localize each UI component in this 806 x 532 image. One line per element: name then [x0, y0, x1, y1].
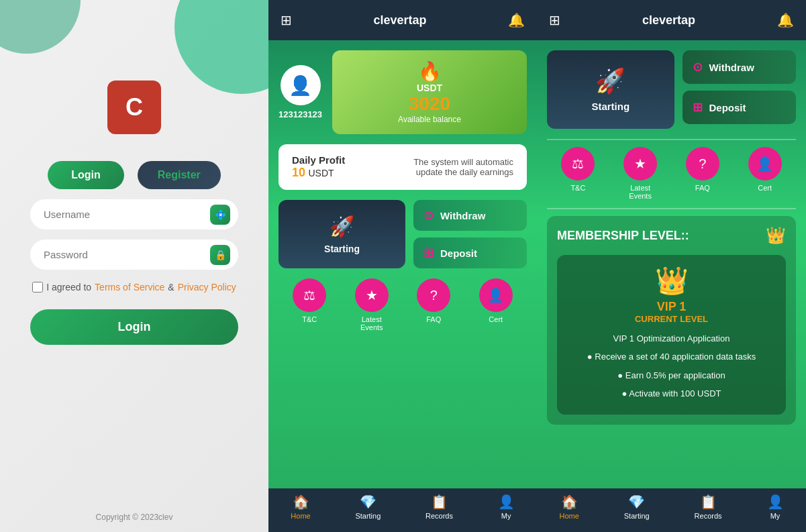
cert-icon: 👤: [479, 278, 513, 312]
vip-desc-3: ● Earn 0.5% per application: [567, 368, 776, 383]
app2-starting-nav-icon: 💎: [628, 494, 645, 510]
withdraw-button[interactable]: ⊙ Withdraw: [413, 200, 527, 231]
register-button[interactable]: Register: [138, 161, 221, 189]
username-icon: 💠: [210, 205, 230, 225]
app2-faq-item[interactable]: ? FAQ: [686, 147, 719, 200]
balance-section: 👤 123123123 🔥 USDT 3020 Available balanc…: [279, 50, 527, 134]
home-icon: 🏠: [293, 494, 309, 510]
footer-my[interactable]: 👤 My: [498, 494, 515, 527]
tnc-icon: ⚖: [293, 278, 326, 312]
divider-1: [547, 139, 796, 140]
crown-icon: 👑: [766, 226, 786, 245]
terms-checkbox[interactable]: [32, 282, 43, 292]
starting-nav-label: Starting: [355, 512, 381, 520]
app-body: 👤 123123123 🔥 USDT 3020 Available balanc…: [268, 40, 537, 488]
tnc-label: T&C: [302, 315, 317, 323]
starting-big-button[interactable]: 🚀 Starting: [547, 50, 674, 129]
footer-records[interactable]: 📋 Records: [425, 494, 453, 527]
app2-events-icon: ★: [623, 147, 657, 180]
faq-label: FAQ: [426, 315, 441, 323]
my-icon: 👤: [498, 494, 515, 510]
app2-deposit-button[interactable]: ⊞ Deposit: [683, 91, 797, 124]
records-label: Records: [425, 512, 453, 520]
footer-starting[interactable]: 💎 Starting: [355, 494, 381, 527]
side-actions: ⊙ Withdraw ⊞ Deposit: [413, 200, 527, 268]
faq-icon: ?: [417, 278, 450, 312]
profit-desc: The system will automatic update the dai…: [406, 157, 513, 177]
events-label: LatestEvents: [360, 315, 383, 331]
app2-footer-starting[interactable]: 💎 Starting: [624, 494, 650, 527]
profit-title: Daily Profit: [292, 154, 345, 166]
password-input[interactable]: [30, 240, 238, 270]
menu-icon[interactable]: ⊞: [281, 12, 292, 28]
app-secondary-panel: ⊞ clevertap 🔔 🚀 Starting ⊙ Withdraw ⊞ De…: [537, 0, 806, 532]
starting-button[interactable]: 🚀 Starting: [279, 200, 405, 268]
balance-currency: USDT: [342, 83, 517, 93]
rocket-icon: 🚀: [330, 215, 354, 238]
login-submit-button[interactable]: Login: [30, 309, 238, 345]
top-actions: 🚀 Starting ⊙ Withdraw ⊞ Deposit: [547, 50, 796, 129]
balance-card: 🔥 USDT 3020 Available balance: [332, 50, 527, 134]
auth-buttons: Login Register: [48, 161, 221, 189]
username-wrap: 💠: [30, 199, 238, 229]
icon-item-tnc[interactable]: ⚖ T&C: [293, 278, 326, 331]
profit-currency: USDT: [308, 168, 334, 178]
events-icon: ★: [355, 278, 389, 312]
and-text: &: [168, 282, 174, 292]
balance-amount: 3020: [342, 93, 517, 115]
icon-item-faq[interactable]: ? FAQ: [417, 278, 450, 331]
balance-label: Available balance: [342, 115, 517, 124]
login-panel: C Login Register 💠 🔒 I agreed to Terms o…: [0, 0, 268, 532]
membership-title-text: MEMBERSHIP LEVEL::: [557, 229, 689, 243]
app2-tnc-label: T&C: [570, 184, 585, 192]
app2-header: ⊞ clevertap 🔔: [537, 0, 806, 40]
privacy-link[interactable]: Privacy Policy: [178, 282, 236, 292]
app2-withdraw-button[interactable]: ⊙ Withdraw: [683, 50, 797, 84]
footer-home[interactable]: 🏠 Home: [291, 494, 310, 527]
profit-amount: 10: [292, 166, 305, 179]
vip-desc-4: ● Activate with 100 USDT: [567, 386, 776, 401]
app-logo: C: [107, 81, 161, 134]
my-label: My: [501, 512, 511, 520]
app2-records-label: Records: [695, 512, 722, 520]
avatar: 👤: [281, 65, 321, 105]
username-input[interactable]: [30, 199, 238, 229]
app2-events-item[interactable]: ★ LatestEvents: [623, 147, 657, 200]
agreed-text: I agreed to: [46, 282, 91, 292]
withdraw-label: Withdraw: [440, 210, 485, 221]
profit-card: Daily Profit 10 USDT The system will aut…: [279, 144, 527, 190]
app2-cert-icon: 👤: [748, 147, 782, 180]
deposit-button[interactable]: ⊞ Deposit: [413, 237, 527, 268]
app2-withdraw-label: Withdraw: [709, 62, 754, 73]
app2-cert-item[interactable]: 👤 Cert: [748, 147, 782, 200]
withdraw-icon: ⊙: [423, 208, 434, 223]
divider-2: [547, 208, 796, 209]
app2-menu-icon[interactable]: ⊞: [549, 12, 560, 28]
app2-footer-my[interactable]: 👤 My: [767, 494, 784, 527]
app2-cert-label: Cert: [758, 184, 772, 192]
app-title: clevertap: [373, 13, 426, 28]
app2-bell-icon[interactable]: 🔔: [777, 12, 794, 28]
icon-item-events[interactable]: ★ LatestEvents: [355, 278, 389, 331]
app2-home-label: Home: [559, 512, 578, 520]
app2-deposit-icon: ⊞: [693, 100, 703, 115]
app2-withdraw-icon: ⊙: [693, 60, 703, 74]
icon-item-cert[interactable]: 👤 Cert: [479, 278, 513, 331]
bell-icon[interactable]: 🔔: [508, 12, 525, 28]
starting-label: Starting: [324, 244, 360, 254]
login-button[interactable]: Login: [48, 161, 124, 189]
right-actions: ⊙ Withdraw ⊞ Deposit: [683, 50, 797, 129]
deposit-label: Deposit: [440, 248, 477, 259]
app-main-panel: ⊞ clevertap 🔔 👤 123123123 🔥 USDT 3020 Av…: [268, 0, 537, 532]
app2-footer-records[interactable]: 📋 Records: [695, 494, 722, 527]
terms-link[interactable]: Terms of Service: [95, 282, 164, 292]
membership-title-row: MEMBERSHIP LEVEL:: 👑: [557, 226, 786, 245]
app2-tnc-icon: ⚖: [561, 147, 595, 180]
app2-tnc-item[interactable]: ⚖ T&C: [561, 147, 595, 200]
starting-nav-icon: 💎: [360, 494, 376, 510]
app-header: ⊞ clevertap 🔔: [268, 0, 537, 40]
deco-circle-top-right: [174, 0, 268, 94]
app2-footer-home[interactable]: 🏠 Home: [559, 494, 578, 527]
app2-title: clevertap: [642, 13, 695, 28]
vip-description: VIP 1 Optimization Application ● Receive…: [567, 331, 776, 402]
